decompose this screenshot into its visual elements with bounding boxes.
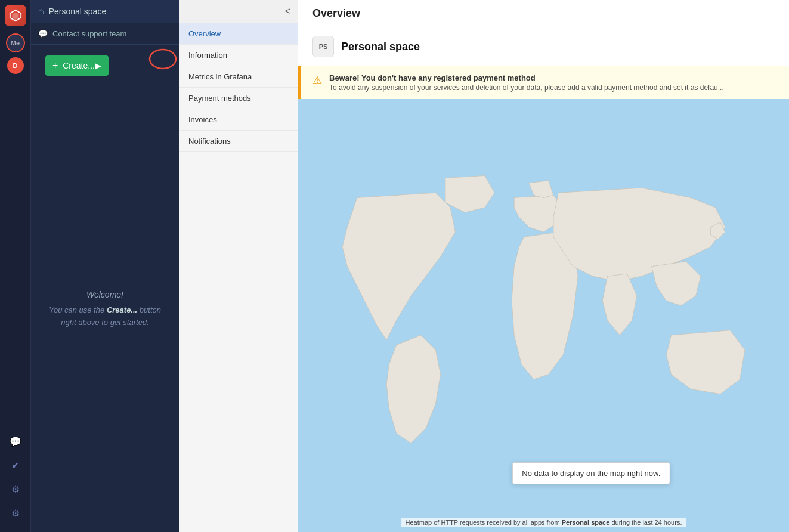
warning-icon: ⚠ (312, 74, 322, 87)
warning-banner: ⚠ Beware! You don't have any registered … (298, 66, 789, 99)
sidebar: ⌂ Personal space 💬 Contact support team … (31, 0, 179, 532)
nav-item-payment[interactable]: Payment methods (179, 88, 298, 109)
chat-icon[interactable]: 💬 (6, 432, 25, 451)
space-title-bar: PS Personal space (298, 27, 789, 66)
svg-point-2 (150, 50, 176, 69)
nav-panel: < Overview Information Metrics in Grafan… (179, 0, 298, 532)
icon-bar: Me D 💬 ✔ ⚙ ⚙ (0, 0, 31, 532)
map-tooltip: No data to display on the map right now. (512, 462, 670, 484)
nav-item-information[interactable]: Information (179, 45, 298, 66)
collapse-button[interactable]: < (285, 6, 290, 17)
sidebar-title: Personal space (49, 7, 107, 16)
me-badge[interactable]: Me (6, 33, 25, 52)
welcome-create-link: Create... (107, 305, 137, 314)
user-avatar[interactable]: D (7, 57, 24, 74)
page-title: Overview (298, 0, 789, 27)
welcome-title: Welcome! (86, 290, 123, 299)
gear-icon[interactable]: ⚙ (6, 480, 25, 499)
space-name: Personal space (341, 41, 420, 53)
warning-desc: To avoid any suspension of your services… (329, 83, 724, 92)
nav-item-overview[interactable]: Overview (179, 23, 298, 45)
settings-icon[interactable]: ⚙ (6, 503, 25, 522)
welcome-text: You can use the Create... buttonright ab… (49, 304, 161, 329)
svg-marker-1 (12, 13, 18, 20)
map-caption: Heatmap of HTTP requests received by all… (401, 518, 687, 527)
home-icon: ⌂ (38, 6, 44, 17)
contact-support-label: Contact support team (52, 29, 126, 38)
create-button[interactable]: + Create... ▶ (45, 55, 109, 76)
check-icon[interactable]: ✔ (6, 456, 25, 475)
app-logo[interactable] (5, 5, 26, 26)
main-content: Overview PS Personal space ⚠ Beware! You… (298, 0, 789, 532)
nav-item-metrics[interactable]: Metrics in Grafana (179, 66, 298, 88)
warning-title: Beware! You don't have any registered pa… (329, 73, 724, 82)
warning-text: Beware! You don't have any registered pa… (329, 73, 724, 92)
contact-support-button[interactable]: 💬 Contact support team (31, 23, 179, 45)
arrow-icon: ▶ (95, 61, 101, 70)
nav-panel-header: < (179, 0, 298, 23)
welcome-section: Welcome! You can use the Create... butto… (31, 86, 179, 532)
map-container: No data to display on the map right now.… (298, 99, 789, 532)
sidebar-header: ⌂ Personal space (31, 0, 179, 23)
space-badge: PS (312, 36, 334, 57)
plus-icon: + (52, 60, 58, 70)
create-label: Create... (63, 61, 95, 70)
support-icon: 💬 (38, 29, 48, 38)
nav-item-notifications[interactable]: Notifications (179, 131, 298, 152)
nav-item-invoices[interactable]: Invoices (179, 109, 298, 131)
collapse-icon: < (285, 6, 290, 16)
